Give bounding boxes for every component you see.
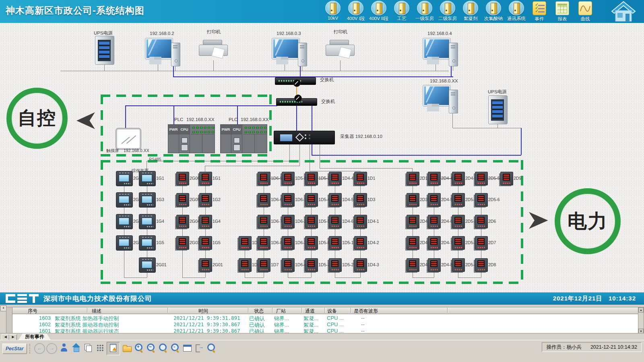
toolbar-button-copy[interactable]	[83, 342, 93, 355]
column-header-厂站[interactable]: 厂站	[276, 308, 286, 315]
events-scrollbar[interactable]: ▲ ▼	[638, 307, 644, 334]
column-header-描述[interactable]: 描述	[92, 308, 101, 315]
column-header-状态[interactable]: 状态	[254, 308, 264, 315]
event-row-1603[interactable]: 1603絮凝剂系统 加热器手动控制2021/12/21 9:39:31.891已…	[12, 315, 639, 321]
event-cell: --	[361, 315, 365, 321]
scroll-up-icon[interactable]: ▲	[638, 307, 644, 313]
toolbar-button-user[interactable]	[58, 342, 69, 355]
cabinet-icon	[440, 1, 455, 15]
event-table-header[interactable]: 序号描述时间状态厂站通道设备是否有波形	[12, 307, 639, 314]
stub-line	[158, 61, 158, 71]
meter-label-1D5-7: 1D5-7	[318, 262, 330, 267]
meter-label-2D1: 2D1	[420, 176, 427, 181]
meter-label-2D4-7: 2D4-7	[441, 240, 453, 245]
meter-2D8	[475, 258, 488, 272]
nav-item-一级泵房[interactable]: 一级泵房	[415, 1, 435, 22]
lan-line	[173, 105, 174, 127]
meter-label-1G2: 1G2	[213, 197, 221, 202]
close-events-button[interactable]: x	[0, 305, 6, 311]
events-splitter[interactable]	[6, 307, 12, 334]
column-header-设备[interactable]: 设备	[327, 308, 337, 315]
auto-zone-border	[101, 154, 272, 156]
column-separator[interactable]	[87, 308, 87, 313]
cabinet-icon	[348, 1, 363, 15]
event-row-1602[interactable]: 1602絮凝剂系统 振动器自动控制2021/12/21 9:39:30.867已…	[12, 321, 639, 328]
tab-scroll-left-button[interactable]: ◀	[2, 334, 9, 340]
nav-item-事件[interactable]: 事件	[529, 1, 549, 22]
nav-item-400V II段[interactable]: 400V II段	[369, 1, 389, 22]
pecstar-logo-button[interactable]: PecStar	[2, 343, 27, 354]
toolbar-button-apps[interactable]	[95, 342, 105, 355]
column-separator[interactable]	[167, 308, 168, 313]
meter-1D4-5	[329, 193, 342, 207]
tab-all-events[interactable]: 所有事件	[19, 333, 51, 340]
event-icon	[533, 1, 546, 15]
toolbar-button-find[interactable]	[206, 342, 217, 355]
toolbar-button-select[interactable]	[107, 342, 120, 355]
meter-bus-line	[288, 278, 311, 278]
auto-zone-border	[101, 95, 272, 97]
meter-1D7	[258, 258, 270, 272]
meter-2D3	[407, 193, 419, 207]
toolbar-button-home[interactable]	[70, 342, 81, 355]
toolbar-button-back[interactable]: ←	[34, 343, 45, 354]
company-bar: 深圳市中电电力技术股份有限公司 2021年12月21日 10:14:32	[0, 292, 644, 304]
column-separator[interactable]	[248, 308, 248, 313]
column-header-序号[interactable]: 序号	[28, 308, 37, 315]
meter-1D6-4	[282, 258, 295, 272]
column-header-时间[interactable]: 时间	[198, 308, 208, 315]
ups-server-icon	[488, 95, 508, 124]
home-button[interactable]	[610, 1, 637, 23]
meter-2D9	[500, 172, 513, 185]
toolbar-button-forward[interactable]: →	[46, 343, 57, 354]
toolbar-button-window[interactable]	[182, 342, 192, 355]
nav-item-次氯酸钠[interactable]: 次氯酸钠	[483, 1, 504, 22]
meter-1G1	[199, 172, 212, 185]
nav-item-絮凝剂[interactable]: 絮凝剂	[460, 1, 481, 22]
apps-grid-icon	[95, 342, 105, 353]
column-header-是否有波形[interactable]: 是否有波形	[354, 308, 378, 315]
meter-2D5-5	[475, 172, 488, 185]
nav-item-10kV[interactable]: 10kV	[323, 1, 343, 21]
zoom-out-icon: −	[145, 342, 156, 353]
power-zone-text: 电力	[568, 208, 608, 234]
nav-item-曲线[interactable]: 曲线	[575, 1, 595, 22]
nav-item-二级泵房[interactable]: 二级泵房	[438, 1, 458, 22]
meter-2G01	[199, 258, 212, 272]
nav-item-报表[interactable]: 报表	[552, 1, 572, 22]
relay-2G01	[139, 257, 156, 273]
meter-2D4-9	[452, 172, 465, 185]
nav-item-通讯系统[interactable]: 通讯系统	[506, 1, 526, 22]
column-separator[interactable]	[447, 308, 448, 313]
column-header-通道[interactable]: 通道	[305, 308, 315, 315]
column-separator[interactable]	[272, 308, 272, 313]
meter-2D5-3	[452, 236, 465, 250]
user-icon	[58, 342, 69, 353]
rs485-line	[320, 144, 320, 168]
toolbar-button-folder[interactable]	[121, 342, 132, 355]
pc3-ip-label: 192.168.0.4	[427, 31, 452, 36]
meter-bus-line	[335, 278, 360, 278]
rs485-line	[205, 166, 300, 166]
meter-1D6-3	[282, 236, 295, 250]
toolbar-button-zoom-normal[interactable]	[157, 342, 168, 355]
tab-scroll-right-button[interactable]: ▶	[9, 334, 17, 340]
toolbar-button-exit[interactable]	[194, 342, 204, 355]
cabinet-icon	[509, 1, 524, 15]
column-separator[interactable]	[351, 308, 351, 313]
nav-item-400V I段[interactable]: 400V I段	[346, 1, 366, 22]
meter-1D5-6	[305, 236, 318, 250]
meter-1D3	[354, 193, 367, 207]
column-separator[interactable]	[301, 308, 302, 313]
toolbar-button-zoom-in[interactable]: +	[133, 342, 144, 355]
toolbar-button-zoom-out[interactable]: −	[145, 342, 156, 355]
relay-2G04	[116, 214, 133, 229]
nav-item-label: 次氯酸钠	[484, 16, 503, 22]
cabinet-icon	[371, 1, 386, 15]
nav-item-工艺[interactable]: 工艺	[392, 1, 412, 22]
column-separator[interactable]	[324, 308, 325, 313]
meter-label-1D5-6: 1D5-6	[318, 240, 330, 245]
computer-monitor-icon	[423, 38, 450, 59]
toolbar-button-zoom-window[interactable]: ▫	[169, 342, 180, 355]
meter-1D5-4	[305, 193, 318, 207]
